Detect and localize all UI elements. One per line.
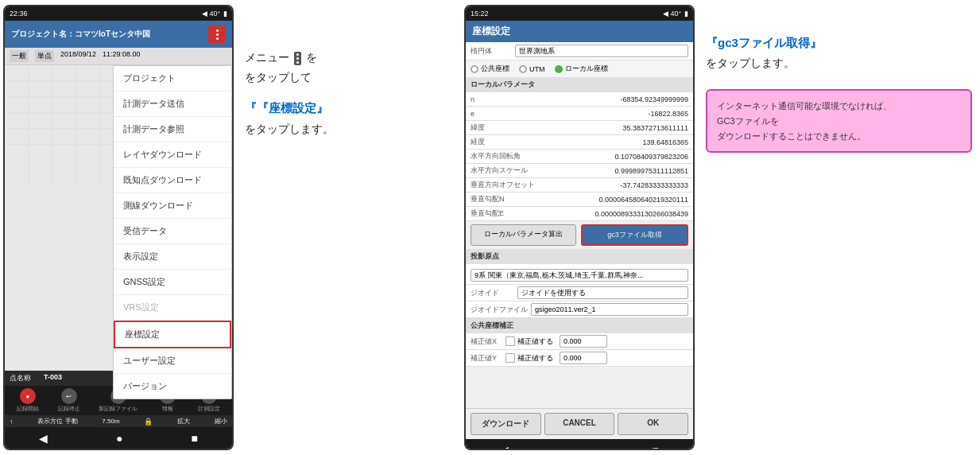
- gc3-line2: をタップします。: [706, 53, 972, 73]
- menu-item-coord[interactable]: 座標設定: [114, 321, 231, 348]
- menu-item-ref[interactable]: 計測データ参照: [114, 117, 231, 142]
- param-lat-value: 35.38372713611111: [550, 124, 688, 132]
- ellipsoid-row: 楕円体 世界測地系: [466, 42, 693, 60]
- geoid-file-select[interactable]: gsigeo2011.ver2_1: [531, 303, 688, 316]
- radio-public[interactable]: 公共座標: [471, 64, 509, 74]
- left-section: 22:36 ◀ 40⁺ ▮ プロジェクト名：コマツIoTセンタ中国 一般 単点 …: [0, 0, 461, 455]
- right-home-btn[interactable]: ●: [577, 444, 583, 450]
- back-btn[interactable]: ◀: [39, 432, 48, 445]
- correction-y-row: 補正値Y 補正値する: [466, 350, 693, 367]
- projection-row: 9系 関東（東京,福島,栃木,茨城,埼玉,千葉,群馬,神奈...: [466, 264, 693, 285]
- corr-x-input[interactable]: [560, 335, 607, 348]
- param-lon-label: 経度: [471, 137, 550, 147]
- menu-item-user[interactable]: ユーザー設定: [114, 348, 231, 374]
- record-start-btn[interactable]: ● 記録開始: [17, 388, 39, 413]
- left-phone-header: プロジェクト名：コマツIoTセンタ中国: [5, 21, 232, 48]
- corr-y-checkbox[interactable]: 補正値する: [505, 353, 553, 364]
- menu-item-version[interactable]: バージョン: [114, 374, 231, 399]
- ellipsoid-select[interactable]: 世界測地系: [515, 45, 688, 57]
- menu-item-display[interactable]: 表示設定: [114, 244, 231, 270]
- distance-value: 7.50m: [102, 418, 119, 425]
- direction-arrow: ↑: [10, 418, 14, 426]
- param-lon: 経度 139.64816365: [466, 135, 693, 150]
- record-stop-btn[interactable]: ↩ 記録停止: [58, 388, 80, 413]
- projection-header: 投影原点: [466, 249, 693, 264]
- right-section: 15:22 ◀ 40⁺ ▮ 座標設定 楕円体 世界測地系 公共座標: [461, 0, 980, 455]
- zoom-out-btn[interactable]: 縮小: [215, 417, 227, 426]
- square-btn[interactable]: ■: [192, 432, 198, 445]
- info-text: インターネット通信可能な環境でなければ、GC3ファイルをダウンロードすることはで…: [717, 101, 892, 140]
- geoid-select[interactable]: ジオイドを使用する: [517, 286, 688, 299]
- date-value: 2018/09/12: [60, 50, 96, 62]
- param-ve: 垂直勾配E 0.0000089333130266038439: [466, 207, 693, 221]
- project-title: プロジェクト名：コマツIoTセンタ中国: [11, 29, 150, 40]
- dot3: [216, 37, 219, 40]
- main-content: プロジェクト 計測データ送信 計測データ参照 レイヤダウンロード 既知点ダウンロ…: [5, 65, 232, 371]
- corr-x-checkbox[interactable]: 補正値する: [505, 336, 553, 347]
- cancel-button[interactable]: CANCEL: [544, 413, 615, 435]
- menu-item-send[interactable]: 計測データ送信: [114, 91, 231, 117]
- download-button[interactable]: ダウンロード: [471, 413, 541, 435]
- projection-select[interactable]: 9系 関東（東京,福島,栃木,茨城,埼玉,千葉,群馬,神奈...: [471, 269, 688, 282]
- info-box: インターネット通信可能な環境でなければ、GC3ファイルをダウンロードすることはで…: [706, 89, 972, 153]
- param-voffset: 垂直方向オフセット -37.74283333333333: [466, 178, 693, 192]
- subcategory-label: 単点: [35, 50, 54, 62]
- radio-public-circle: [471, 65, 478, 73]
- point-label: 点名称: [10, 373, 31, 383]
- menu-item-project[interactable]: プロジェクト: [114, 66, 231, 91]
- menu-item-receive[interactable]: 受信データ: [114, 219, 231, 244]
- coord-label: 『座標設定』: [257, 101, 328, 115]
- param-voffset-label: 垂直方向オフセット: [471, 180, 550, 190]
- menu-dots-button[interactable]: [208, 25, 226, 43]
- time-value: 11:29:08.00: [103, 50, 141, 62]
- settings-content: 楕円体 世界測地系 公共座標 UTM ローカル座標: [466, 42, 693, 408]
- menu-item-vrs[interactable]: VRS設定: [114, 295, 231, 321]
- menu-item-line[interactable]: 測線ダウンロード: [114, 193, 231, 219]
- param-scale-label: 水平方向スケール: [471, 165, 550, 176]
- corr-x-label: 補正値X: [471, 336, 502, 347]
- corr-y-input[interactable]: [560, 352, 607, 364]
- coord-radio-row: 公共座標 UTM ローカル座標: [466, 60, 693, 77]
- param-e: e -16822.8365: [466, 107, 693, 121]
- right-nav-bar: ◀ ● ■: [466, 439, 693, 450]
- settings-label: 計測設定: [198, 405, 220, 413]
- param-lat-label: 緯度: [471, 122, 550, 133]
- corr-y-box: [505, 353, 515, 363]
- tap-text: をタップして: [245, 68, 388, 88]
- correction-x-row: 補正値X 補正値する: [466, 333, 693, 350]
- ok-button[interactable]: OK: [618, 413, 688, 435]
- direction-label: 表示方位 手動: [37, 417, 77, 426]
- tap-instruction: をタップします。: [245, 122, 334, 135]
- right-square-btn[interactable]: ■: [653, 444, 659, 450]
- menu-item-layer[interactable]: レイヤダウンロード: [114, 142, 231, 168]
- radio-utm[interactable]: UTM: [519, 65, 545, 73]
- coord-setting-label: 『『座標設定』: [245, 101, 328, 115]
- left-status-icons: ◀ 40⁺ ▮: [202, 10, 227, 18]
- param-vn-label: 垂直勾配N: [471, 194, 550, 204]
- tap-to-label: を: [306, 51, 317, 64]
- direction-row: ↑ 表示方位 手動 7.50m 🔒 拡大 縮小: [5, 415, 232, 427]
- geoid-file-label: ジオイドファイル: [471, 305, 528, 315]
- right-phone-frame: 15:22 ◀ 40⁺ ▮ 座標設定 楕円体 世界測地系 公共座標: [464, 5, 695, 450]
- nav-bar: ◀ ● ■: [5, 427, 232, 449]
- ellipsoid-label: 楕円体: [471, 46, 510, 56]
- radio-utm-label: UTM: [529, 65, 545, 73]
- right-back-btn[interactable]: ◀: [500, 444, 509, 450]
- zoom-in-btn[interactable]: 拡大: [177, 417, 190, 426]
- param-n-value: -68354.92349999999: [550, 95, 688, 103]
- right-status-bar: 15:22 ◀ 40⁺ ▮: [466, 6, 693, 21]
- home-btn[interactable]: ●: [116, 432, 122, 445]
- menu-item-known[interactable]: 既知点ダウンロード: [114, 168, 231, 193]
- param-e-label: e: [471, 110, 550, 118]
- gc3-btn[interactable]: gc3ファイル取得: [581, 224, 688, 246]
- quote-open: 『: [245, 101, 257, 115]
- calc-btn[interactable]: ローカルパラメータ算出: [471, 224, 576, 246]
- radio-local[interactable]: ローカル座標: [555, 64, 608, 74]
- gc3-link-text: 『gc3ファイル取得』: [706, 36, 822, 49]
- calc-btn-row: ローカルパラメータ算出 gc3ファイル取得: [466, 221, 693, 249]
- param-lat: 緯度 35.38372713611111: [466, 121, 693, 135]
- menu-item-gnss[interactable]: GNSS設定: [114, 270, 231, 295]
- settings-title: 座標設定: [466, 21, 693, 42]
- gc3-tap-text: 『gc3ファイル取得』 をタップします。: [706, 32, 972, 73]
- param-rot: 水平方向回転角 0.10708409379823206: [466, 150, 693, 164]
